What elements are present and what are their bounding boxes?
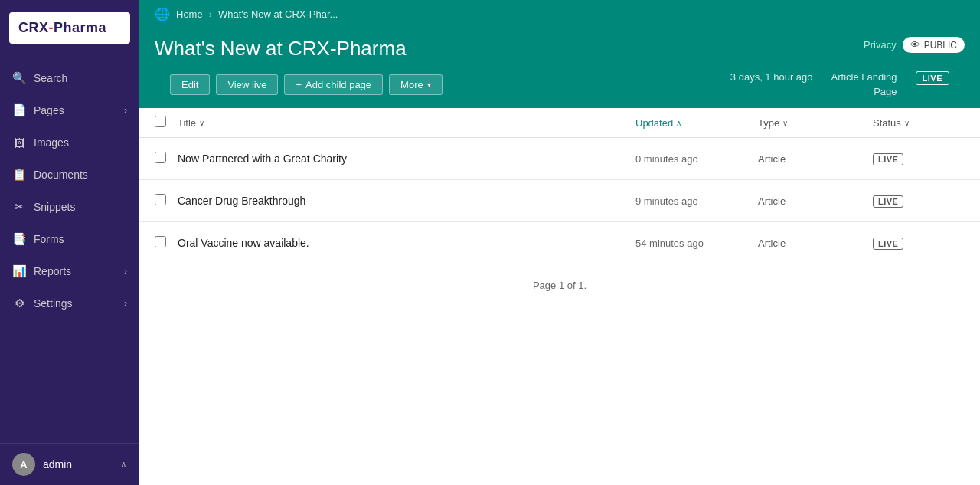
row-title: Cancer Drug Breakthrough: [178, 195, 305, 207]
row-title: Oral Vaccine now available.: [178, 237, 309, 249]
page-header: What's New at CRX-Pharma Privacy 👁 PUBLI…: [139, 28, 980, 108]
breadcrumb-bar: 🌐 Home › What's New at CRX-Phar...: [139, 0, 980, 28]
logo-container: CRX-Pharma: [0, 0, 139, 56]
sort-arrow-type: ∨: [782, 119, 788, 127]
status-badge: LIVE: [873, 238, 903, 250]
sidebar-item-pages[interactable]: 📄 Pages ›: [0, 94, 139, 126]
table-area: Title ∨ Updated ∧ Type ∨ Status ∨: [139, 108, 980, 485]
globe-icon: 🌐: [155, 7, 170, 21]
row-type: Article: [758, 195, 786, 207]
sidebar-item-documents[interactable]: 📋 Documents: [0, 159, 139, 191]
row-updated-cell: 0 minutes ago: [635, 152, 758, 165]
view-live-button[interactable]: View live: [216, 74, 278, 95]
row-updated-cell: 54 minutes ago: [635, 237, 758, 249]
last-updated: 3 days, 1 hour ago: [730, 71, 813, 83]
admin-info: A admin: [12, 453, 72, 476]
row-checkbox-cell: [155, 152, 178, 165]
pagination: Page 1 of 1.: [139, 264, 980, 306]
status-badge: LIVE: [873, 153, 903, 165]
breadcrumb-home[interactable]: Home: [176, 8, 203, 20]
more-label: More: [400, 79, 423, 90]
reports-icon: 📊: [12, 264, 26, 278]
header-actions: Edit View live + Add child page More ▾: [170, 74, 443, 95]
row-title-cell: Oral Vaccine now available.: [178, 237, 635, 249]
status-badge: LIVE: [873, 195, 903, 208]
more-button[interactable]: More ▾: [389, 74, 443, 95]
updated-column-label: Updated: [635, 117, 673, 129]
row-checkbox[interactable]: [155, 194, 166, 205]
col-header-updated[interactable]: Updated ∧: [635, 117, 758, 129]
col-header-title[interactable]: Title ∨: [178, 117, 635, 129]
pagination-text: Page 1 of 1.: [533, 280, 586, 291]
page-title: What's New at CRX-Pharma: [155, 37, 407, 61]
add-child-page-button[interactable]: + Add child page: [284, 74, 383, 95]
type-column-header: Type ∨: [758, 117, 873, 129]
title-column-header: Title ∨: [178, 117, 635, 129]
live-badge: LIVE: [916, 71, 949, 85]
table-row[interactable]: Cancer Drug Breakthrough 9 minutes ago A…: [139, 180, 980, 222]
header-meta-right: 3 days, 1 hour ago Article Landing Page …: [730, 71, 949, 97]
sort-arrow-status: ∨: [904, 119, 910, 127]
row-checkbox-cell: [155, 236, 178, 250]
status-column-header: Status ∨: [873, 117, 965, 129]
col-header-status[interactable]: Status ∨: [873, 117, 965, 129]
search-icon: 🔍: [12, 71, 26, 85]
page-type-block: Article Landing Page: [831, 71, 897, 97]
col-header-type[interactable]: Type ∨: [758, 117, 873, 129]
table-row[interactable]: Now Partnered with a Great Charity 0 min…: [139, 138, 980, 180]
sidebar-item-reports[interactable]: 📊 Reports ›: [0, 255, 139, 287]
chevron-right-icon: ›: [124, 298, 127, 309]
row-type-cell: Article: [758, 152, 873, 165]
page-type-line2: Page: [874, 86, 897, 97]
sidebar-item-snippets[interactable]: ✂ Snippets: [0, 191, 139, 223]
logo[interactable]: CRX-Pharma: [9, 12, 130, 44]
settings-icon: ⚙: [12, 297, 26, 310]
main-content: 🌐 Home › What's New at CRX-Phar... What'…: [139, 0, 980, 485]
sidebar-item-settings[interactable]: ⚙ Settings ›: [0, 287, 139, 320]
sidebar-item-label: Snippets: [34, 201, 127, 213]
sidebar-item-label: Reports: [34, 265, 116, 277]
sidebar-item-forms[interactable]: 📑 Forms: [0, 223, 139, 255]
forms-icon: 📑: [12, 232, 26, 246]
documents-icon: 📋: [12, 168, 26, 182]
row-type-cell: Article: [758, 195, 873, 207]
row-type-cell: Article: [758, 237, 873, 249]
row-title-cell: Now Partnered with a Great Charity: [178, 152, 635, 165]
sidebar-item-search[interactable]: 🔍 Search: [0, 62, 139, 94]
sort-arrow-updated: ∧: [676, 119, 681, 127]
chevron-right-icon: ›: [124, 105, 127, 116]
edit-button[interactable]: Edit: [170, 74, 210, 95]
row-type: Article: [758, 153, 786, 165]
row-updated: 9 minutes ago: [635, 195, 698, 207]
breadcrumb-current[interactable]: What's New at CRX-Phar...: [218, 8, 338, 20]
chevron-down-icon: ▾: [427, 80, 431, 89]
sidebar-item-label: Forms: [34, 233, 127, 245]
sidebar-item-label: Settings: [34, 297, 116, 310]
privacy-value: PUBLIC: [924, 40, 957, 51]
chevron-up-icon: ∧: [120, 459, 127, 470]
page-header-top: What's New at CRX-Pharma Privacy 👁 PUBLI…: [155, 37, 965, 61]
images-icon: 🖼: [12, 136, 26, 149]
admin-footer[interactable]: A admin ∧: [0, 443, 139, 485]
row-updated-cell: 9 minutes ago: [635, 195, 758, 207]
privacy-label: Privacy: [864, 39, 897, 51]
select-all-checkbox[interactable]: [155, 116, 166, 127]
status-column-label: Status: [873, 117, 901, 129]
plus-icon: +: [296, 79, 302, 90]
table-row[interactable]: Oral Vaccine now available. 54 minutes a…: [139, 222, 980, 264]
breadcrumb-separator: ›: [209, 8, 212, 20]
title-column-label: Title: [178, 117, 196, 129]
row-title: Now Partnered with a Great Charity: [178, 152, 347, 165]
sidebar-item-images[interactable]: 🖼 Images: [0, 126, 139, 159]
row-checkbox-cell: [155, 194, 178, 208]
snippets-icon: ✂: [12, 200, 26, 214]
row-checkbox[interactable]: [155, 236, 166, 247]
page-type-line1: Article Landing: [831, 71, 897, 83]
row-status-cell: LIVE: [873, 237, 965, 249]
sidebar: CRX-Pharma 🔍 Search 📄 Pages › 🖼 Images 📋…: [0, 0, 139, 485]
row-checkbox[interactable]: [155, 152, 166, 163]
updated-column-header: Updated ∧: [635, 117, 758, 129]
privacy-badge[interactable]: 👁 PUBLIC: [903, 37, 965, 53]
row-type: Article: [758, 238, 786, 249]
table-header-row: Title ∨ Updated ∧ Type ∨ Status ∨: [139, 108, 980, 138]
